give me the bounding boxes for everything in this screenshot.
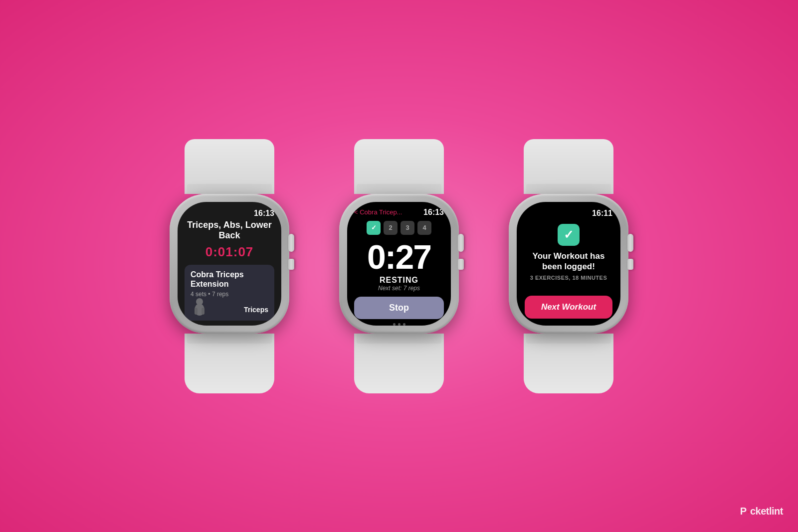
set-4: 4	[417, 221, 431, 235]
watch-3-band-top	[524, 139, 613, 194]
screen2-resting-label: RESTING	[354, 276, 444, 285]
stop-button[interactable]: Stop	[354, 297, 444, 319]
watch-3-body: 16:11 ✓ Your Workout has been logged! 3 …	[509, 194, 628, 334]
watch-2-band-bottom	[354, 334, 444, 393]
page-dot-1	[393, 323, 396, 326]
watch-1-case: 16:13 Triceps, Abs, Lower Back 0:01:07 C…	[170, 194, 289, 334]
screen3-spacer	[525, 209, 592, 218]
screen2-big-timer: 0:27	[354, 240, 444, 274]
set-3: 3	[400, 221, 414, 235]
watch-2-case: < Cobra Tricep... 16:13 ✓ 2 3 4 0:27 RES…	[339, 194, 459, 334]
workout-logged-title: Your Workout has been logged!	[525, 251, 612, 272]
watch-2-side-button	[458, 259, 464, 270]
watch-1-time: 16:13	[185, 209, 274, 218]
watch-3-band-bottom	[524, 334, 613, 393]
watch-1-elapsed-timer: 0:01:07	[185, 244, 274, 260]
watch-2-time: 16:13	[423, 208, 444, 217]
watch-1-exercise-card: Cobra Triceps Extension 4 sets • 7 reps …	[185, 265, 274, 321]
watch-1-crown	[288, 234, 294, 252]
check-icon: ✓	[564, 228, 574, 242]
next-workout-button[interactable]: Next Workout	[525, 296, 612, 319]
set-2: 2	[384, 221, 398, 235]
screen2-page-dots	[354, 323, 444, 326]
screen3-content: 16:11 ✓ Your Workout has been logged! 3 …	[517, 202, 620, 326]
page-dot-3	[403, 323, 405, 326]
workout-logged-subtitle: 3 EXERCISES, 18 MINUTES	[530, 275, 607, 281]
workout-logged-check: ✓	[558, 224, 580, 246]
watch-3-case: 16:11 ✓ Your Workout has been logged! 3 …	[509, 194, 628, 334]
watch-1-band-bottom	[185, 334, 274, 393]
watch-1: 16:13 Triceps, Abs, Lower Back 0:01:07 C…	[165, 139, 294, 393]
screen2-next-set: Next set: 7 reps	[354, 285, 444, 292]
screen3-header: 16:11	[525, 209, 612, 218]
page-dot-2	[398, 323, 400, 326]
watch-1-side-button	[288, 259, 294, 270]
watch-2-screen: < Cobra Tricep... 16:13 ✓ 2 3 4 0:27 RES…	[347, 202, 451, 326]
muscle-icon	[190, 297, 209, 317]
watch-1-screen: 16:13 Triceps, Abs, Lower Back 0:01:07 C…	[178, 202, 281, 326]
watch-1-band-top	[185, 139, 274, 194]
watch-1-body: 16:13 Triceps, Abs, Lower Back 0:01:07 C…	[170, 194, 289, 334]
watch-2-body: < Cobra Tricep... 16:13 ✓ 2 3 4 0:27 RES…	[339, 194, 459, 334]
watch-3-side-button	[627, 259, 633, 270]
svg-rect-2	[195, 308, 198, 315]
screen2-content: < Cobra Tricep... 16:13 ✓ 2 3 4 0:27 RES…	[347, 202, 451, 326]
screen2-back-label: < Cobra Tricep...	[354, 208, 402, 216]
screen1-content: 16:13 Triceps, Abs, Lower Back 0:01:07 C…	[178, 202, 281, 326]
watch-2-band-top	[354, 139, 444, 194]
watch-3-time: 16:11	[592, 209, 612, 218]
pocketlint-logo: P·cketlint	[740, 504, 783, 520]
watch-2: < Cobra Tricep... 16:13 ✓ 2 3 4 0:27 RES…	[334, 139, 464, 393]
screen2-sets: ✓ 2 3 4	[354, 221, 444, 235]
watch-1-exercise-name: Cobra Triceps Extension	[191, 270, 268, 289]
watch-3: 16:11 ✓ Your Workout has been logged! 3 …	[504, 139, 633, 393]
watch-2-crown	[458, 234, 464, 252]
watch-1-muscle-label: Triceps	[244, 306, 268, 314]
watch-1-workout-title: Triceps, Abs, Lower Back	[185, 220, 274, 241]
set-1: ✓	[367, 221, 381, 235]
watches-container: 16:13 Triceps, Abs, Lower Back 0:01:07 C…	[165, 139, 633, 393]
svg-rect-3	[201, 308, 204, 315]
watch-3-crown	[627, 234, 633, 252]
watch-3-screen: 16:11 ✓ Your Workout has been logged! 3 …	[517, 202, 620, 326]
screen2-header: < Cobra Tricep... 16:13	[354, 208, 444, 217]
